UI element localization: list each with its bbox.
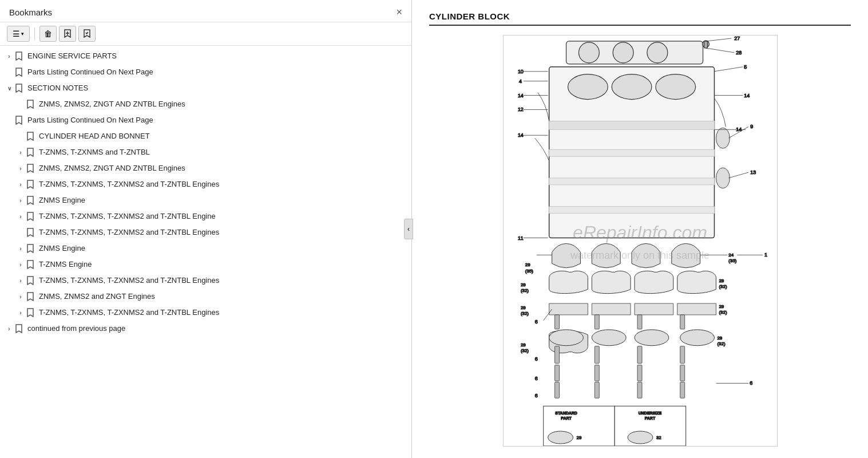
svg-text:29: 29 xyxy=(719,278,724,283)
bookmark-icon xyxy=(25,259,35,270)
bookmark-icon xyxy=(25,227,35,238)
bookmark-item-15[interactable]: ›T-ZNMS, T-ZXNMS, T-ZXNMS2 and T-ZNTBL E… xyxy=(0,273,411,289)
bookmark-label: T-ZNMS, T-ZXNMS, T-ZXNMS2 and T-ZNTBL En… xyxy=(39,228,219,238)
bookmark-label: continued from previous page xyxy=(27,324,125,334)
bookmark-icon xyxy=(25,275,35,286)
bookmark-item-6[interactable]: CYLINDER HEAD AND BONNET xyxy=(0,128,411,144)
bookmark-label: T-ZNMS Engine xyxy=(39,260,92,270)
svg-rect-65 xyxy=(680,315,684,329)
svg-rect-19 xyxy=(549,207,714,214)
bookmark-item-13[interactable]: ›ZNMS Engine xyxy=(0,240,411,256)
svg-rect-62 xyxy=(554,315,559,329)
svg-text:UNDERSIZE: UNDERSIZE xyxy=(638,411,661,415)
svg-text:9: 9 xyxy=(750,124,753,129)
svg-text:29: 29 xyxy=(525,262,530,267)
svg-text:(35): (35) xyxy=(525,269,533,274)
svg-rect-76 xyxy=(594,346,599,364)
bookmark-item-10[interactable]: ›ZNMS Engine xyxy=(0,192,411,208)
bookmark-item-9[interactable]: ›T-ZNMS, T-ZXNMS, T-ZXNMS2 and T-ZNTBL E… xyxy=(0,176,411,192)
close-button[interactable]: × xyxy=(396,7,402,17)
collapse-panel-button[interactable]: ‹ xyxy=(404,219,413,239)
svg-rect-17 xyxy=(549,149,714,156)
bookmark-item-7[interactable]: ›T-ZNMS, T-ZXNMS and T-ZNTBL xyxy=(0,144,411,160)
bookmark-icon xyxy=(25,291,35,302)
spacer-icon xyxy=(5,68,14,77)
svg-text:14: 14 xyxy=(517,132,523,138)
list-view-button[interactable]: ☰ ▾ xyxy=(7,26,30,42)
svg-point-21 xyxy=(716,168,730,188)
expand-icon[interactable]: › xyxy=(16,260,25,269)
bookmark-icon xyxy=(14,67,24,77)
engine-diagram: 27 28 xyxy=(503,35,778,447)
svg-text:12: 12 xyxy=(517,106,523,112)
bookmark-label: T-ZNMS, T-ZXNMS and T-ZNTBL xyxy=(39,148,150,157)
diagram-container: eRepairInfo.com watermark only on this s… xyxy=(429,35,851,447)
svg-text:29: 29 xyxy=(717,335,722,341)
bookmark-item-4[interactable]: ZNMS, ZNMS2, ZNGT AND ZNTBL Engines xyxy=(0,96,411,112)
svg-text:1: 1 xyxy=(764,252,767,258)
svg-text:(32): (32) xyxy=(520,288,528,293)
bookmark-label: ZNMS, ZNMS2, ZNGT AND ZNTBL Engines xyxy=(39,100,185,109)
bookmark-item-8[interactable]: ›ZNMS, ZNMS2, ZNGT AND ZNTBL Engines xyxy=(0,160,411,176)
bookmarks-panel: Bookmarks × ☰ ▾ 🗑 xyxy=(0,0,412,458)
bookmark-item-1[interactable]: ›ENGINE SERVICE PARTS xyxy=(0,48,411,64)
svg-text:6: 6 xyxy=(750,380,752,386)
bookmark-icon xyxy=(25,99,35,109)
expand-icon[interactable]: › xyxy=(16,148,25,157)
bookmark-item-11[interactable]: ›T-ZNMS, T-ZXNMS, T-ZXNMS2 and T-ZNTBL E… xyxy=(0,208,411,224)
svg-point-20 xyxy=(716,128,730,148)
svg-rect-18 xyxy=(549,178,714,185)
bookmark-item-12[interactable]: T-ZNMS, T-ZXNMS, T-ZXNMS2 and T-ZNTBL En… xyxy=(0,224,411,240)
bookmark-add-icon xyxy=(64,29,72,40)
bookmark-label: T-ZNMS, T-ZXNMS, T-ZXNMS2 and T-ZNTBL En… xyxy=(39,180,219,189)
bookmark-item-2[interactable]: Parts Listing Continued On Next Page xyxy=(0,64,411,80)
svg-text:6: 6 xyxy=(534,356,537,362)
expand-icon[interactable]: › xyxy=(16,292,25,301)
bookmark-item-5[interactable]: Parts Listing Continued On Next Page xyxy=(0,112,411,128)
bookmark-label: Parts Listing Continued On Next Page xyxy=(27,116,153,125)
bookmark-item-16[interactable]: ›ZNMS, ZNMS2 and ZNGT Engines xyxy=(0,289,411,305)
svg-text:27: 27 xyxy=(734,35,740,41)
expand-icon[interactable]: › xyxy=(5,52,14,61)
right-panel: CYLINDER BLOCK eRepairInfo.com watermark… xyxy=(412,0,868,458)
trash-icon: 🗑 xyxy=(44,29,52,38)
expand-icon[interactable]: › xyxy=(16,196,25,205)
add-bookmark-button[interactable] xyxy=(59,26,76,42)
expand-icon[interactable]: › xyxy=(16,276,25,285)
bookmark-icon xyxy=(14,115,24,125)
svg-rect-82 xyxy=(637,365,642,381)
svg-text:6: 6 xyxy=(534,376,537,381)
svg-text:29: 29 xyxy=(520,282,525,287)
svg-text:28: 28 xyxy=(736,50,742,56)
expand-icon[interactable]: › xyxy=(16,308,25,317)
bookmark-item-3[interactable]: ∨SECTION NOTES xyxy=(0,80,411,96)
svg-text:32: 32 xyxy=(656,435,661,440)
bookmark-item-14[interactable]: ›T-ZNMS Engine xyxy=(0,256,411,273)
expand-icon[interactable]: › xyxy=(5,324,14,333)
svg-rect-85 xyxy=(554,382,559,398)
bookmark-properties-button[interactable] xyxy=(78,26,96,42)
svg-text:(32): (32) xyxy=(520,311,528,316)
bookmark-item-17[interactable]: ›T-ZNMS, T-ZXNMS, T-ZXNMS2 and T-ZNTBL E… xyxy=(0,305,411,321)
bookmark-item-18[interactable]: ›continued from previous page xyxy=(0,321,411,337)
svg-text:(32): (32) xyxy=(717,341,725,346)
expand-icon[interactable]: ∨ xyxy=(5,84,14,93)
svg-text:24: 24 xyxy=(728,252,734,258)
svg-text:14: 14 xyxy=(744,93,750,98)
delete-button[interactable]: 🗑 xyxy=(39,26,57,42)
bookmark-icon xyxy=(14,51,24,61)
bookmark-star-icon xyxy=(83,29,91,40)
svg-text:29: 29 xyxy=(576,435,581,440)
svg-line-8 xyxy=(706,38,731,41)
expand-icon[interactable]: › xyxy=(16,244,25,253)
expand-icon[interactable]: › xyxy=(16,212,25,221)
page-content: CYLINDER BLOCK eRepairInfo.com watermark… xyxy=(412,0,868,458)
svg-text:10: 10 xyxy=(517,69,523,74)
expand-icon[interactable]: › xyxy=(16,180,25,189)
expand-icon[interactable]: › xyxy=(16,164,25,173)
svg-text:11: 11 xyxy=(517,235,523,241)
svg-point-68 xyxy=(549,330,583,346)
bookmark-icon xyxy=(25,131,35,141)
svg-point-95 xyxy=(548,431,573,444)
svg-line-40 xyxy=(728,172,748,178)
